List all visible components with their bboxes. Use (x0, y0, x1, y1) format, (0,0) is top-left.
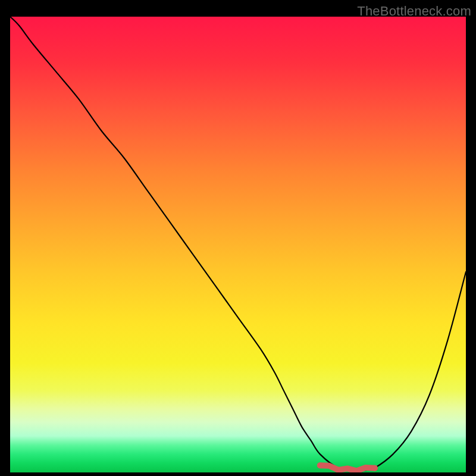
optimal-range-end-dot (372, 465, 378, 471)
optimal-range-start-dot (317, 462, 323, 468)
watermark-text: TheBottleneck.com (357, 4, 471, 19)
bottleneck-curve-svg (10, 17, 466, 472)
plot-area (10, 17, 466, 472)
bottleneck-curve-path (10, 17, 466, 471)
optimal-range-path (320, 465, 375, 471)
chart-stage: TheBottleneck.com (0, 0, 476, 476)
